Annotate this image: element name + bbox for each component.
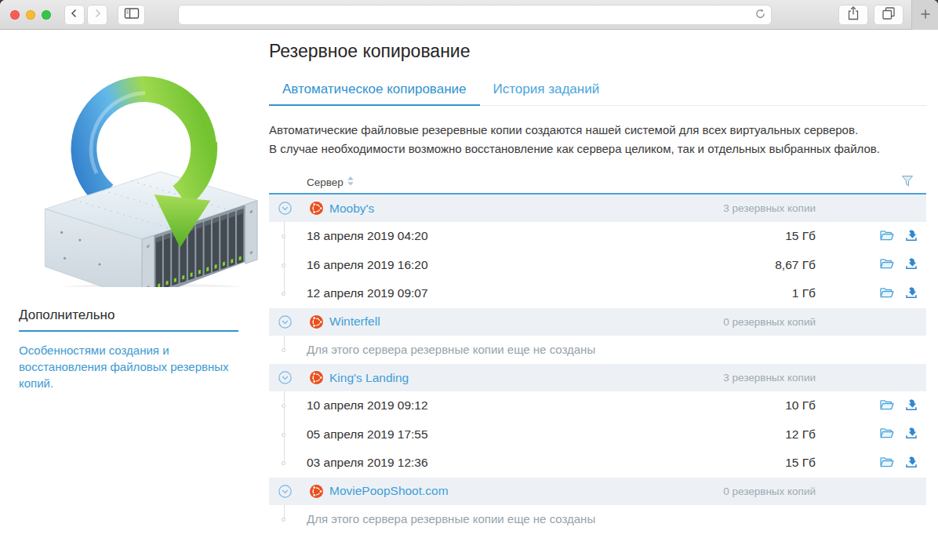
server-name-link[interactable]: Winterfell [329, 315, 380, 329]
restore-button[interactable] [905, 427, 918, 442]
tabs-overview-icon [882, 6, 896, 23]
backup-size: 15 Гб [785, 456, 816, 470]
empty-row: Для этого сервера резервные копии еще не… [269, 336, 926, 365]
backup-count-badge: 0 резервных копий [723, 485, 816, 497]
collapse-server-button[interactable] [278, 485, 292, 498]
backup-size: 15 Гб [785, 229, 816, 243]
server-section: King's Landing 3 резервных копии 10 апре… [269, 364, 926, 478]
restore-button[interactable] [905, 456, 918, 471]
additional-section: Дополнительно Особенностями создания и в… [19, 307, 250, 391]
browse-files-button[interactable] [880, 258, 894, 271]
backups-table: Сервер Mooby's 3 резервн [269, 171, 926, 533]
restore-button[interactable] [905, 229, 918, 244]
backup-row: 10 апреля 2019 09:12 10 Гб [269, 391, 926, 420]
backup-row: 05 апреля 2019 17:55 12 Гб [269, 420, 926, 449]
row-actions [816, 286, 926, 301]
zoom-button[interactable] [42, 10, 51, 20]
download-icon [905, 286, 918, 301]
chevron-down-circle-icon [278, 202, 292, 215]
folder-icon [880, 258, 894, 271]
server-name-link[interactable]: Mooby's [329, 202, 374, 216]
filter-icon [901, 178, 914, 190]
row-actions [816, 427, 926, 442]
restore-button[interactable] [905, 398, 918, 413]
browse-files-button[interactable] [880, 230, 894, 243]
restore-button[interactable] [905, 257, 918, 272]
folder-icon [880, 230, 894, 243]
folder-icon [880, 456, 894, 470]
description-line: В случае необходимости возможно восстано… [269, 140, 926, 158]
download-icon [905, 257, 918, 272]
toolbar-right-buttons [838, 5, 903, 25]
restore-button[interactable] [905, 286, 918, 301]
additional-link[interactable]: Особенностями создания и восстановления … [19, 342, 242, 391]
backup-entries: Для этого сервера резервные копии еще не… [269, 336, 926, 365]
server-group-row: King's Landing 3 резервных копии [269, 364, 926, 391]
backup-date: 18 апреля 2019 04:20 [307, 229, 428, 243]
no-backups-message: Для этого сервера резервные копии еще не… [307, 343, 595, 356]
tab-automatic-backup[interactable]: Автоматическое копирование [269, 82, 480, 106]
close-button[interactable] [10, 10, 20, 20]
collapse-server-button[interactable] [278, 371, 292, 384]
timeline-dot [282, 348, 285, 352]
folder-icon [880, 427, 894, 441]
url-input[interactable] [187, 6, 754, 24]
row-actions [816, 257, 926, 272]
browse-files-button[interactable] [880, 399, 894, 413]
backup-row: 03 апреля 2019 12:36 15 Гб [269, 449, 926, 478]
collapse-server-button[interactable] [278, 315, 292, 329]
row-actions [816, 456, 926, 471]
browse-files-button[interactable] [880, 287, 894, 300]
tab-job-history[interactable]: История заданий [480, 82, 613, 105]
ubuntu-icon [310, 371, 323, 384]
backup-date: 10 апреля 2019 09:12 [307, 398, 428, 413]
sidebar-icon [124, 7, 140, 22]
nav-buttons [64, 5, 107, 25]
server-group-row: MoviePoopShoot.com 0 резервных копий [269, 478, 926, 505]
ubuntu-icon [310, 202, 323, 215]
chevron-right-icon [91, 7, 104, 22]
new-tab-button[interactable] [911, 0, 938, 30]
collapse-server-button[interactable] [278, 202, 292, 215]
backup-count-badge: 3 резервных копии [723, 202, 816, 214]
download-icon [905, 427, 918, 442]
backup-row: 12 апреля 2019 09:07 1 Гб [269, 279, 926, 308]
server-column-header[interactable]: Сервер [307, 176, 354, 188]
ubuntu-icon [310, 315, 323, 329]
download-icon [905, 456, 918, 471]
timeline-dot [282, 433, 285, 437]
description: Автоматические файловые резеревные копии… [269, 121, 926, 158]
share-icon [847, 6, 860, 23]
server-name-link[interactable]: MoviePoopShoot.com [329, 484, 449, 498]
server-name-link[interactable]: King's Landing [329, 371, 409, 385]
description-line: Автоматические файловые резеревные копии… [269, 121, 926, 140]
backup-size: 8,67 Гб [775, 258, 816, 272]
tabs-overview-button[interactable] [874, 5, 903, 25]
backup-illustration [31, 60, 259, 287]
back-button[interactable] [64, 5, 85, 25]
chevron-down-circle-icon [278, 315, 292, 329]
sidebar-toggle-button[interactable] [118, 5, 145, 25]
browse-files-button[interactable] [880, 456, 894, 470]
download-icon [905, 229, 918, 244]
empty-row: Для этого сервера резервные копии еще не… [269, 505, 926, 534]
browser-window: Дополнительно Особенностями создания и в… [0, 0, 938, 560]
reload-icon [754, 8, 766, 22]
address-bar [178, 5, 772, 25]
backup-size: 10 Гб [785, 398, 816, 413]
timeline-dot [282, 518, 285, 522]
timeline-dot [282, 264, 285, 267]
share-button[interactable] [838, 5, 868, 25]
plus-icon [921, 8, 930, 22]
page-content: Дополнительно Особенностями создания и в… [0, 30, 938, 559]
filter-button[interactable] [901, 175, 914, 190]
download-icon [905, 398, 918, 413]
forward-button[interactable] [87, 5, 107, 25]
browse-files-button[interactable] [880, 427, 894, 441]
tab-bar: Автоматическое копирование История задан… [269, 82, 926, 106]
server-section: Mooby's 3 резервных копии 18 апреля 2019… [269, 195, 926, 308]
main-panel: Резервное копирование Автоматическое коп… [269, 30, 938, 559]
reload-button[interactable] [754, 8, 766, 22]
minimize-button[interactable] [26, 10, 35, 20]
timeline-dot [282, 235, 285, 238]
